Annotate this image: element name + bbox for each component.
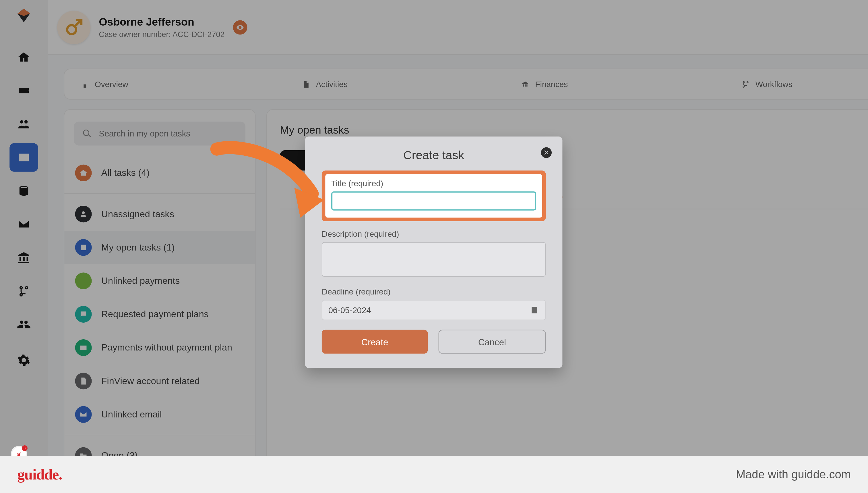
modal-close-button[interactable]: ✕: [541, 147, 552, 158]
title-label: Title (required): [331, 179, 536, 188]
deadline-picker[interactable]: 06-05-2024: [322, 300, 546, 320]
guidde-badge: 3: [22, 445, 27, 451]
calendar-icon: [530, 305, 539, 315]
modal-cancel-button[interactable]: Cancel: [439, 330, 546, 353]
modal-create-button[interactable]: Create: [322, 330, 428, 353]
title-field-highlight: Title (required): [322, 171, 546, 221]
guidde-footer: guidde. Made with guidde.com: [0, 456, 868, 493]
application: Osborne Jefferson Case owner number: ACC…: [0, 0, 868, 493]
create-task-modal: ✕ Create task Title (required) Descripti…: [305, 136, 563, 368]
deadline-label: Deadline (required): [322, 287, 546, 296]
frame: Osborne Jefferson Case owner number: ACC…: [0, 0, 868, 493]
title-input[interactable]: [331, 191, 536, 210]
guidde-logo: guidde.: [17, 466, 62, 483]
description-label: Description (required): [322, 230, 546, 238]
modal-title: Create task: [322, 149, 546, 162]
guidde-made-with: Made with guidde.com: [736, 468, 851, 481]
description-textarea[interactable]: [322, 242, 546, 277]
deadline-value: 06-05-2024: [328, 305, 371, 315]
